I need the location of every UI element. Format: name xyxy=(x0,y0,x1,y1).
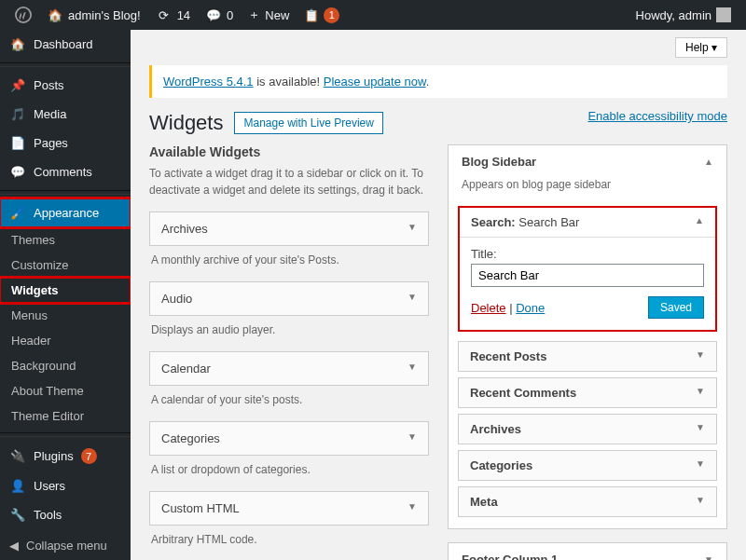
done-link[interactable]: Done xyxy=(516,301,545,315)
page-title: Widgets xyxy=(149,111,223,135)
caret-down-icon: ▼ xyxy=(696,349,705,363)
available-widget[interactable]: Calendar▼ xyxy=(149,351,429,386)
caret-down-icon: ▼ xyxy=(704,554,713,560)
widget-desc: A calendar of your site's posts. xyxy=(149,389,429,421)
caret-up-icon: ▲ xyxy=(695,215,704,229)
wp-logo[interactable] xyxy=(7,7,39,23)
caret-down-icon: ▼ xyxy=(696,422,705,436)
media-icon: 🎵 xyxy=(9,107,26,121)
widget-desc: A list or dropdown of categories. xyxy=(149,459,429,491)
caret-down-icon: ▼ xyxy=(408,222,417,236)
help-button[interactable]: Help ▾ xyxy=(675,37,727,58)
account-link[interactable]: Howdy, admin xyxy=(629,7,739,22)
users-icon: 👤 xyxy=(9,479,26,493)
update-notice: WordPress 5.4.1 is available! Please upd… xyxy=(149,65,727,98)
updates-link[interactable]: ⟳14 xyxy=(148,8,198,22)
tools-icon: 🔧 xyxy=(9,508,26,522)
search-widget-toggle[interactable]: Search: Search Bar ▲ xyxy=(460,208,715,238)
comment-icon: 💬 xyxy=(205,8,222,22)
pin-icon: 📌 xyxy=(9,78,26,92)
placed-widget[interactable]: Categories▼ xyxy=(458,450,717,481)
available-widget[interactable]: Archives▼ xyxy=(149,212,429,246)
live-preview-button[interactable]: Manage with Live Preview xyxy=(234,112,382,134)
blog-sidebar-toggle[interactable]: Blog Sidebar▲ xyxy=(449,145,726,178)
sub-customize[interactable]: Customize xyxy=(0,253,131,278)
avatar xyxy=(716,7,731,22)
plus-icon: ＋ xyxy=(248,7,260,23)
available-heading: Available Widgets xyxy=(149,144,429,159)
footer-col1-toggle[interactable]: Footer Column 1▼ xyxy=(449,543,726,560)
available-widget[interactable]: Categories▼ xyxy=(149,421,429,456)
sub-themes[interactable]: Themes xyxy=(0,227,131,253)
widget-desc: A monthly archive of your site's Posts. xyxy=(149,250,429,281)
widget-title-input[interactable] xyxy=(471,264,704,287)
menu-pages[interactable]: 📄Pages xyxy=(0,129,131,157)
available-widget[interactable]: Custom HTML▼ xyxy=(149,491,429,526)
collapse-menu[interactable]: ◀Collapse menu xyxy=(0,531,131,560)
caret-down-icon: ▼ xyxy=(408,292,417,306)
search-widget: Search: Search Bar ▲ Title: Delete | Don… xyxy=(458,206,717,332)
available-desc: To activate a widget drag it to a sideba… xyxy=(149,165,429,198)
placed-widget[interactable]: Archives▼ xyxy=(458,414,717,444)
widget-desc: Displays an audio player. xyxy=(149,320,429,351)
blog-sidebar-desc: Appears on blog page sidebar xyxy=(449,178,726,200)
caret-up-icon: ▲ xyxy=(704,157,713,167)
pages-icon: 📄 xyxy=(9,136,26,150)
caret-down-icon: ▼ xyxy=(696,386,705,400)
caret-down-icon: ▼ xyxy=(408,362,417,376)
caret-down-icon: ▼ xyxy=(696,495,705,509)
menu-users[interactable]: 👤Users xyxy=(0,471,131,500)
caret-down-icon: ▼ xyxy=(696,458,705,472)
brush-icon: 🖌️ xyxy=(9,206,26,220)
sub-menus[interactable]: Menus xyxy=(0,303,131,328)
sub-header[interactable]: Header xyxy=(0,328,131,353)
title-label: Title: xyxy=(471,247,704,261)
sub-about-theme[interactable]: About Theme xyxy=(0,378,131,403)
comments-icon: 💬 xyxy=(9,165,26,179)
updates-icon: ⟳ xyxy=(156,8,173,22)
menu-media[interactable]: 🎵Media xyxy=(0,100,131,129)
wp-version-link[interactable]: WordPress 5.4.1 xyxy=(163,75,254,89)
plugin-icon: 🔌 xyxy=(9,449,26,463)
wordpress-icon xyxy=(15,7,32,23)
menu-tools[interactable]: 🔧Tools xyxy=(0,500,131,529)
menu-posts[interactable]: 📌Posts xyxy=(0,71,131,100)
seo-quick[interactable]: 📋1 xyxy=(297,7,347,23)
caret-down-icon: ▼ xyxy=(408,501,417,515)
dashboard-icon: 🏠 xyxy=(9,37,26,51)
available-widget[interactable]: Audio▼ xyxy=(149,281,429,316)
forms-icon: 📋 xyxy=(304,8,319,22)
sub-theme-editor[interactable]: Theme Editor xyxy=(0,403,131,429)
menu-appearance[interactable]: 🖌️Appearance xyxy=(0,198,131,227)
sub-background[interactable]: Background xyxy=(0,353,131,378)
update-now-link[interactable]: Please update now xyxy=(324,75,426,89)
home-icon: 🏠 xyxy=(47,8,63,22)
comments-link[interactable]: 💬0 xyxy=(198,8,241,22)
widget-desc: Arbitrary HTML code. xyxy=(149,529,429,560)
placed-widget[interactable]: Recent Comments▼ xyxy=(458,377,717,408)
caret-down-icon: ▼ xyxy=(408,431,417,445)
placed-widget[interactable]: Recent Posts▼ xyxy=(458,341,717,372)
collapse-icon: ◀ xyxy=(9,539,19,553)
placed-widget[interactable]: Meta▼ xyxy=(458,486,717,517)
menu-plugins[interactable]: 🔌Plugins 7 xyxy=(0,441,131,471)
site-link[interactable]: 🏠admin's Blog! xyxy=(39,8,148,22)
new-link[interactable]: ＋New xyxy=(241,7,297,23)
menu-comments[interactable]: 💬Comments xyxy=(0,157,131,186)
saved-button[interactable]: Saved xyxy=(648,296,704,319)
delete-link[interactable]: Delete xyxy=(471,301,506,315)
menu-dashboard[interactable]: 🏠Dashboard xyxy=(0,30,131,59)
accessibility-mode-link[interactable]: Enable accessibility mode xyxy=(587,109,727,123)
sub-widgets[interactable]: Widgets xyxy=(0,278,131,303)
